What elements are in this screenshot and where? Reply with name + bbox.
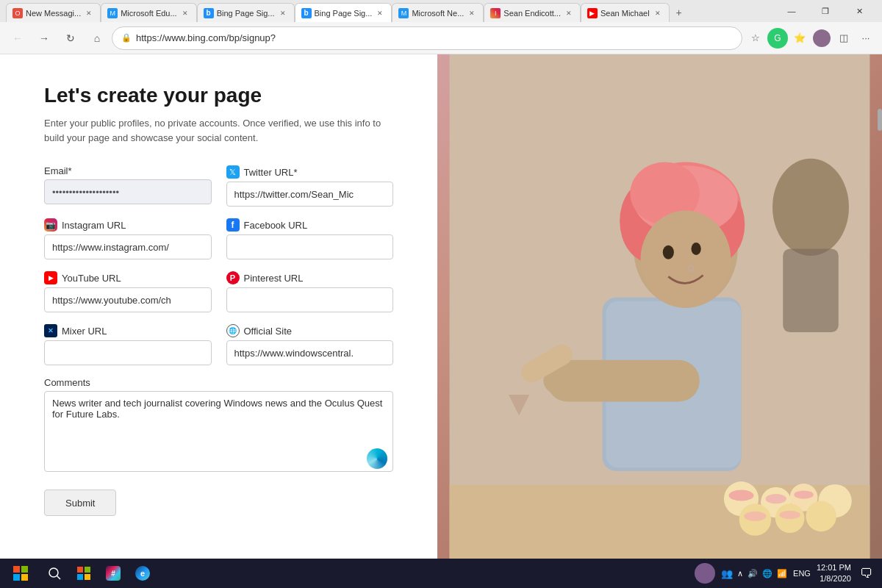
- slack-icon: #: [106, 566, 121, 581]
- pinterest-group: P Pinterest URL: [226, 271, 394, 312]
- profile-avatar: [813, 29, 831, 47]
- svg-point-32: [779, 511, 800, 519]
- youtube-group: ▶ YouTube URL: [44, 271, 212, 312]
- facebook-label: f Facebook URL: [226, 218, 394, 232]
- tab-label-7: Sean Michael: [600, 9, 650, 18]
- taskbar-system-icons: 👥 ∧ 🔊 🌐 📶: [721, 568, 787, 579]
- mixer-field[interactable]: [44, 340, 212, 365]
- svg-point-30: [806, 501, 836, 532]
- tab-sean-michael[interactable]: ▶ Sean Michael ✕: [581, 3, 670, 22]
- submit-section: Submit: [44, 490, 393, 516]
- sidebar-button[interactable]: ◫: [833, 28, 854, 49]
- tab-bing-signup-2[interactable]: b Bing Page Sig... ✕: [295, 3, 392, 22]
- tab-microsoft-news[interactable]: M Microsoft Ne... ✕: [392, 3, 484, 22]
- new-tab-button[interactable]: +: [670, 3, 689, 22]
- bing-logo: [367, 448, 387, 469]
- pinterest-field[interactable]: [226, 287, 394, 312]
- tab-close-7[interactable]: ✕: [653, 8, 663, 18]
- notifications-icon[interactable]: 🗨: [860, 566, 873, 581]
- edge-icon: e: [135, 566, 150, 581]
- tab-icon-7: ▶: [587, 8, 598, 18]
- tab-label-6: Sean Endicott...: [503, 9, 561, 18]
- pinterest-icon: P: [226, 271, 240, 284]
- star-icon[interactable]: ☆: [745, 28, 766, 49]
- taskbar-right: 👥 ∧ 🔊 🌐 📶 ENG 12:01 PM 1/8/2020 🗨: [695, 562, 876, 585]
- tab-close-5[interactable]: ✕: [467, 8, 477, 18]
- address-bar: ← → ↻ ⌂ 🔒 https://www.bing.com/bp/signup…: [0, 22, 882, 54]
- maximize-button[interactable]: ❐: [808, 0, 842, 22]
- tab-bing-signup-1[interactable]: b Bing Page Sig... ✕: [197, 3, 295, 22]
- taskbar-edge[interactable]: e: [129, 560, 156, 587]
- sound-icon[interactable]: 🔊: [747, 569, 758, 578]
- minimize-button[interactable]: —: [775, 0, 808, 22]
- taskbar-apps: # e: [41, 560, 156, 587]
- lock-icon: 🔒: [121, 33, 132, 43]
- tab-close-3[interactable]: ✕: [278, 8, 288, 18]
- svg-rect-3: [783, 249, 839, 332]
- taskbar-user-avatar[interactable]: [695, 563, 715, 584]
- youtube-label: ▶ YouTube URL: [44, 271, 212, 284]
- twitter-icon: 𝕏: [226, 165, 240, 179]
- svg-line-34: [57, 576, 61, 580]
- windows-logo: [13, 566, 28, 581]
- tab-new-messagi[interactable]: O New Messagi... ✕: [6, 3, 101, 22]
- tab-sean-endicott[interactable]: I Sean Endicott... ✕: [484, 3, 581, 22]
- hero-image: [437, 54, 882, 559]
- form-panel: Let's create your page Enter your public…: [0, 54, 437, 559]
- url-text: https://www.bing.com/bp/signup?: [136, 32, 276, 43]
- network-icon[interactable]: 🌐: [762, 569, 772, 578]
- more-button[interactable]: ···: [856, 28, 876, 49]
- tab-label-4: Bing Page Sig...: [315, 9, 373, 18]
- back-button[interactable]: ←: [6, 26, 29, 50]
- mixer-group: ✕ Mixer URL: [44, 324, 212, 365]
- page-subtitle: Enter your public profiles, no private a…: [44, 116, 393, 145]
- tab-label-5: Microsoft Ne...: [412, 9, 464, 18]
- taskbar-windows-icon[interactable]: [71, 560, 97, 587]
- comments-field[interactable]: News writer and tech journalist covering…: [44, 391, 393, 472]
- instagram-field[interactable]: [44, 234, 212, 259]
- main-content: Let's create your page Enter your public…: [0, 54, 882, 559]
- tab-close-1[interactable]: ✕: [84, 8, 94, 18]
- extensions-icon[interactable]: G: [767, 28, 788, 49]
- svg-point-26: [766, 494, 786, 503]
- refresh-button[interactable]: ↻: [59, 26, 82, 50]
- url-box[interactable]: 🔒 https://www.bing.com/bp/signup?: [112, 26, 742, 50]
- tab-icon-4: b: [301, 8, 312, 18]
- start-button[interactable]: [6, 562, 35, 585]
- tab-icon-6: I: [490, 8, 501, 18]
- taskbar-search[interactable]: [41, 560, 68, 587]
- collections-icon[interactable]: ⭐: [789, 28, 810, 49]
- tab-close-6[interactable]: ✕: [564, 8, 574, 18]
- tab-close-4[interactable]: ✕: [375, 8, 385, 18]
- forward-button[interactable]: →: [32, 26, 56, 50]
- submit-button[interactable]: Submit: [44, 490, 116, 516]
- email-field[interactable]: [44, 179, 212, 204]
- pinterest-label: P Pinterest URL: [226, 271, 394, 284]
- page-title: Let's create your page: [44, 84, 393, 107]
- tab-icon-2: M: [107, 8, 118, 18]
- wifi-icon[interactable]: 📶: [777, 569, 787, 578]
- svg-point-31: [744, 512, 766, 521]
- tab-microsoft-edu[interactable]: M Microsoft Edu... ✕: [101, 3, 196, 22]
- profile-icon[interactable]: [811, 28, 832, 49]
- facebook-field[interactable]: [226, 234, 394, 259]
- youtube-field[interactable]: [44, 287, 212, 312]
- globe-icon: 🌐: [226, 324, 240, 337]
- email-label: Email*: [44, 165, 212, 176]
- comments-label: Comments: [44, 377, 393, 388]
- taskbar-slack[interactable]: #: [100, 560, 126, 587]
- scroll-indicator[interactable]: [878, 109, 882, 131]
- tab-close-2[interactable]: ✕: [180, 8, 190, 18]
- tab-icon-3: b: [204, 8, 214, 18]
- official-site-field[interactable]: [226, 340, 394, 365]
- close-button[interactable]: ✕: [842, 0, 876, 22]
- email-group: Email*: [44, 165, 212, 207]
- chevron-up-icon[interactable]: ∧: [737, 569, 743, 578]
- instagram-group: 📷 Instagram URL: [44, 218, 212, 259]
- svg-point-27: [794, 490, 813, 498]
- home-button[interactable]: ⌂: [85, 26, 109, 50]
- twitter-field[interactable]: [226, 182, 394, 207]
- time-display: 12:01 PM: [817, 562, 851, 573]
- instagram-label: 📷 Instagram URL: [44, 218, 212, 232]
- date-display: 1/8/2020: [817, 573, 851, 584]
